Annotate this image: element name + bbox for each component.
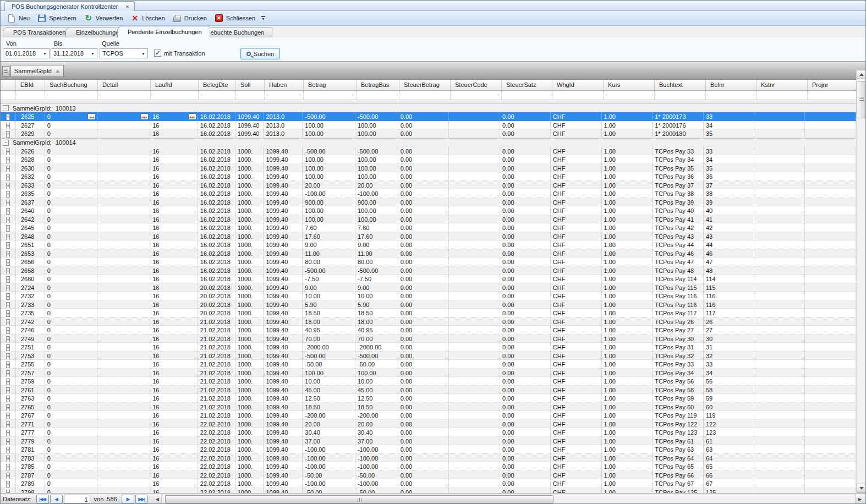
column-header-steuercode[interactable]: SteuerCode	[451, 80, 502, 90]
expand-row-icon[interactable]: +	[6, 336, 10, 343]
column-header-haben[interactable]: Haben	[265, 80, 304, 90]
group-row[interactable]: −SammelGrpId:100014	[1, 138, 856, 147]
filter-cell-indicator[interactable]	[1, 91, 16, 100]
table-row[interactable]: +278901622.02.20181000.1099.40-100.00-10…	[1, 479, 856, 488]
mit-transaktion-checkbox[interactable]: ✓	[154, 50, 161, 57]
column-header-steuerbetrag[interactable]: SteuerBetrag	[399, 80, 451, 90]
column-header-belnr[interactable]: Belnr	[706, 80, 757, 90]
table-row[interactable]: +273201620.02.20181000.1099.4010.0010.00…	[1, 292, 856, 300]
filter-cell-ebid[interactable]	[16, 91, 45, 100]
table-row[interactable]: +277701622.02.20181000.1099.4030.4030.40…	[1, 428, 856, 437]
current-record-input[interactable]: 1	[64, 495, 90, 503]
filter-cell-buchtext[interactable]	[655, 91, 706, 100]
filter-cell-steuercode[interactable]	[451, 91, 502, 100]
table-row[interactable]: +265101616.02.20181000.1099.409.009.000.…	[1, 240, 856, 249]
expand-row-icon[interactable]: +	[6, 344, 10, 351]
column-header-buchtext[interactable]: Buchtext	[655, 80, 706, 90]
expand-row-icon[interactable]: +	[6, 413, 10, 419]
table-row[interactable]: +276501621.02.20181000.1099.4018.5018.50…	[1, 403, 856, 412]
chevron-down-icon[interactable]: ▼	[139, 52, 147, 56]
filter-cell-laufid[interactable]	[151, 91, 199, 100]
column-header-indicator[interactable]	[1, 80, 16, 90]
expand-row-icon[interactable]: +	[6, 439, 10, 445]
expand-row-icon[interactable]: +	[6, 302, 10, 309]
column-header-projnr[interactable]: Projnr	[808, 80, 859, 90]
vertical-scrollbar[interactable]	[856, 70, 865, 493]
expand-row-icon[interactable]: +	[6, 481, 10, 487]
table-row[interactable]: +264501616.02.20181000.1099.407.607.600.…	[1, 223, 856, 232]
table-row[interactable]: +272401620.02.20181000.1099.409.009.000.…	[1, 283, 856, 292]
expand-row-icon[interactable]: +	[6, 421, 10, 428]
scroll-up-icon[interactable]	[857, 70, 865, 79]
next-record-button[interactable]: ▶	[122, 495, 134, 503]
table-row[interactable]: +278101622.02.20181000.1099.40-100.00-10…	[1, 445, 856, 454]
suchen-button[interactable]: Suchen	[240, 48, 280, 59]
filter-cell-steuerbetrag[interactable]	[399, 91, 451, 100]
delete-button[interactable]: ✕ Löschen	[127, 12, 169, 24]
expand-row-icon[interactable]: +	[6, 131, 10, 138]
column-header-sachbuchung[interactable]: SachBuchung	[45, 80, 98, 90]
column-header-laufid[interactable]: LaufId	[151, 80, 199, 90]
expand-row-icon[interactable]: +	[6, 404, 10, 411]
vertical-scroll-thumb[interactable]	[857, 81, 865, 118]
column-header-whgid[interactable]: WhgId	[552, 80, 604, 90]
expand-row-icon[interactable]: +	[6, 387, 10, 394]
expand-row-icon[interactable]: +	[6, 293, 10, 300]
table-row[interactable]: +273301620.02.20181000.1099.405.905.900.…	[1, 300, 856, 309]
expand-row-icon[interactable]: +	[6, 310, 10, 317]
filter-cell-belnr[interactable]	[706, 91, 757, 100]
von-date-combo[interactable]: 01.01.2018 ▼	[3, 48, 50, 58]
table-row[interactable]: +263301616.02.20181000.1099.4020.0020.00…	[1, 181, 856, 190]
filter-cell-detail[interactable]	[98, 91, 151, 100]
table-row[interactable]: +264201616.02.20181000.1099.40100.00100.…	[1, 215, 856, 224]
toolbar-overflow-icon[interactable]: ▼	[260, 12, 266, 24]
table-row[interactable]: +279801622.02.20181000.1099.40-50.00-50.…	[1, 488, 856, 494]
expand-row-icon[interactable]: +	[6, 251, 10, 258]
filter-cell-kstnr[interactable]	[757, 91, 808, 100]
previous-record-button[interactable]: ◀	[50, 495, 63, 503]
scroll-right-icon[interactable]: ▶	[856, 497, 864, 502]
table-row[interactable]: +276101621.02.20181000.1099.4045.0045.00…	[1, 386, 856, 395]
close-button[interactable]: ✕ Schliessen	[211, 12, 259, 24]
expand-row-icon[interactable]: +	[6, 268, 10, 275]
filter-cell-betrag[interactable]	[304, 91, 357, 100]
column-header-betragbas[interactable]: BetragBas	[357, 80, 399, 90]
expand-row-icon[interactable]: +	[6, 242, 10, 249]
filter-cell-whgid[interactable]	[552, 91, 604, 100]
table-row[interactable]: +278701622.02.20181000.1099.40-50.00-50.…	[1, 471, 856, 480]
table-row[interactable]: +275701621.02.20181000.1099.40100.00100.…	[1, 369, 856, 377]
table-row[interactable]: +277901622.02.20181000.1099.4037.0037.00…	[1, 437, 856, 446]
scroll-left-icon[interactable]: ◀	[156, 497, 159, 502]
expand-row-icon[interactable]: +	[6, 464, 10, 470]
column-header-betrag[interactable]: Betrag	[304, 80, 357, 90]
table-row[interactable]: +276301621.02.20181000.1099.4012.5012.50…	[1, 394, 856, 403]
group-row[interactable]: −SammelGrpId:100013	[1, 103, 856, 112]
table-row[interactable]: +274601621.02.20181000.1099.4040.9540.95…	[1, 326, 856, 335]
ellipsis-lookup-button[interactable]: …	[188, 113, 196, 120]
table-row[interactable]: +262601616.02.20181000.1099.40-500.00-50…	[1, 147, 856, 156]
column-header-belegdte[interactable]: BelegDte	[199, 80, 236, 90]
table-row[interactable]: +263701616.02.20181000.1099.40900.00900.…	[1, 198, 856, 207]
table-row[interactable]: +262901616.02.20181099.402013.0100.00100…	[1, 129, 856, 138]
ellipsis-lookup-button[interactable]: …	[140, 113, 149, 120]
expand-row-icon[interactable]: +	[6, 200, 10, 206]
expand-row-icon[interactable]: +	[6, 319, 10, 326]
expand-row-icon[interactable]: +	[6, 217, 10, 223]
filter-cell-belegdte[interactable]	[199, 91, 236, 100]
filter-cell-betragbas[interactable]	[357, 91, 399, 100]
chevron-down-icon[interactable]: ▼	[89, 52, 97, 56]
quelle-combo[interactable]: TCPOS ▼	[100, 48, 148, 58]
expand-row-icon[interactable]: +	[6, 234, 10, 240]
table-row[interactable]: +263201616.02.20181000.1099.40100.00100.…	[1, 172, 856, 181]
filter-cell-soll[interactable]	[236, 91, 265, 100]
close-tab-icon[interactable]: ×	[125, 3, 129, 10]
table-row[interactable]: +273501620.02.20181000.1099.4018.5018.50…	[1, 309, 856, 317]
filter-cell-sachbuchung[interactable]	[45, 91, 98, 100]
table-row[interactable]: +26250……16…16.02.20181099.402013.0-500.0…	[1, 112, 856, 121]
new-button[interactable]: Neu	[3, 12, 34, 24]
tab-pos-transaktionen[interactable]: POS Transaktionen	[3, 27, 74, 37]
first-record-button[interactable]: |◀◀	[36, 495, 49, 503]
horizontal-scroll-thumb[interactable]	[165, 495, 553, 503]
table-row[interactable]: +265601616.02.20181000.1099.4080.0080.00…	[1, 258, 856, 266]
group-by-sammelgrpid-button[interactable]: SammelGrpId	[10, 65, 64, 77]
